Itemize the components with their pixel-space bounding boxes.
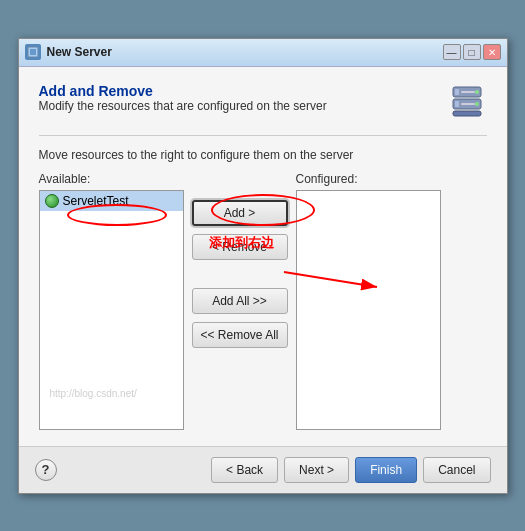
available-panel: Available: ServeletTest http://blog.csdn… xyxy=(39,172,184,430)
item-status-icon xyxy=(45,194,59,208)
cancel-button[interactable]: Cancel xyxy=(423,457,490,483)
svg-rect-3 xyxy=(455,89,459,95)
content-area: Add and Remove Modify the resources that… xyxy=(19,67,507,446)
svg-point-5 xyxy=(475,90,479,94)
section-title: Add and Remove xyxy=(39,83,447,99)
svg-rect-8 xyxy=(461,103,475,105)
window-icon xyxy=(25,44,41,60)
available-list[interactable]: ServeletTest http://blog.csdn.net/ xyxy=(39,190,184,430)
svg-point-9 xyxy=(475,102,479,106)
close-button[interactable]: ✕ xyxy=(483,44,501,60)
footer: ? < Back Next > Finish Cancel xyxy=(19,446,507,493)
remove-all-button[interactable]: << Remove All xyxy=(192,322,288,348)
middle-buttons: Add > < Remove Add All >> << Remove All xyxy=(192,172,288,348)
instruction-text: Move resources to the right to configure… xyxy=(39,148,487,162)
panels-area: Available: ServeletTest http://blog.csdn… xyxy=(39,172,487,430)
server-icon xyxy=(447,83,487,119)
finish-button[interactable]: Finish xyxy=(355,457,417,483)
maximize-button[interactable]: □ xyxy=(463,44,481,60)
help-button[interactable]: ? xyxy=(35,459,57,481)
window-title: New Server xyxy=(47,45,443,59)
footer-right: < Back Next > Finish Cancel xyxy=(211,457,490,483)
back-button[interactable]: < Back xyxy=(211,457,278,483)
new-server-window: New Server — □ ✕ Add and Remove Modify t… xyxy=(18,38,508,494)
configured-panel: Configured: xyxy=(296,172,441,430)
section-description: Modify the resources that are configured… xyxy=(39,99,447,113)
next-button[interactable]: Next > xyxy=(284,457,349,483)
remove-button[interactable]: < Remove xyxy=(192,234,288,260)
configured-list[interactable] xyxy=(296,190,441,430)
section-header: Add and Remove Modify the resources that… xyxy=(39,83,487,127)
title-bar: New Server — □ ✕ xyxy=(19,39,507,67)
svg-rect-4 xyxy=(461,91,475,93)
panels-container: Available: ServeletTest http://blog.csdn… xyxy=(39,172,487,430)
add-button[interactable]: Add > xyxy=(192,200,288,226)
item-name: ServeletTest xyxy=(63,194,129,208)
minimize-button[interactable]: — xyxy=(443,44,461,60)
svg-rect-10 xyxy=(453,111,481,116)
watermark: http://blog.csdn.net/ xyxy=(50,388,137,399)
svg-rect-1 xyxy=(30,49,36,55)
window-controls: — □ ✕ xyxy=(443,44,501,60)
svg-rect-7 xyxy=(455,101,459,107)
divider xyxy=(39,135,487,136)
footer-left: ? xyxy=(35,459,57,481)
configured-label: Configured: xyxy=(296,172,441,186)
add-all-button[interactable]: Add All >> xyxy=(192,288,288,314)
available-label: Available: xyxy=(39,172,184,186)
list-item[interactable]: ServeletTest xyxy=(40,191,183,211)
